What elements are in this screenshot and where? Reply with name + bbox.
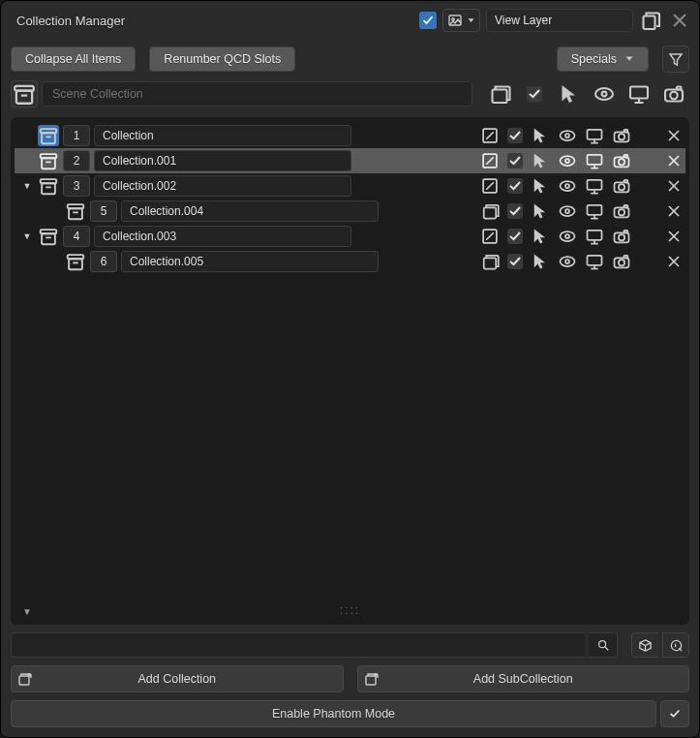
- select-toggle[interactable]: [507, 153, 523, 169]
- disclosure-triangle[interactable]: ▼: [20, 179, 34, 193]
- specials-menu[interactable]: Specials: [557, 46, 649, 72]
- cursor-toggle[interactable]: [531, 201, 550, 221]
- render-toggle[interactable]: [612, 151, 631, 170]
- select-toggle[interactable]: [507, 128, 523, 143]
- remove-collection-button[interactable]: [664, 201, 684, 221]
- collection-name-field[interactable]: Collection.003: [94, 226, 351, 247]
- add-subcollection-button[interactable]: Add SubCollection: [357, 665, 690, 692]
- cursor-toggle[interactable]: [531, 126, 550, 145]
- filter-button[interactable]: [662, 46, 689, 73]
- cursor-toggle[interactable]: [531, 151, 550, 170]
- collection-icon[interactable]: [38, 125, 59, 146]
- exclude-toggle[interactable]: [480, 126, 500, 145]
- qcd-slot[interactable]: 4: [63, 226, 90, 247]
- resize-handle[interactable]: ::::: [340, 603, 360, 617]
- cursor-toggle[interactable]: [531, 227, 550, 246]
- collection-icon[interactable]: [65, 200, 86, 222]
- phantom-mode-checkbox[interactable]: [660, 700, 689, 727]
- qcd-slot[interactable]: 5: [90, 200, 117, 222]
- filter-input[interactable]: [11, 632, 585, 658]
- view-layer-browse-dropdown[interactable]: [442, 9, 480, 32]
- header-exclude-icon[interactable]: [488, 82, 511, 106]
- header-viewport-icon[interactable]: [627, 82, 651, 106]
- collection-row[interactable]: 2Collection.001: [15, 148, 685, 173]
- collection-row[interactable]: ▼4Collection.003: [15, 224, 685, 249]
- scene-collection-icon[interactable]: [11, 80, 38, 108]
- new-view-layer-button[interactable]: [639, 9, 662, 32]
- collection-name-field[interactable]: Collection.001: [94, 150, 351, 171]
- collection-row[interactable]: 6Collection.005: [15, 249, 685, 274]
- add-collection-button[interactable]: Add Collection: [11, 665, 344, 692]
- viewport-toggle[interactable]: [585, 201, 604, 221]
- render-toggle[interactable]: [612, 176, 631, 196]
- exclude-toggle[interactable]: [480, 201, 500, 221]
- disclosure-triangle[interactable]: [20, 129, 34, 142]
- viewport-toggle[interactable]: [585, 126, 604, 145]
- cursor-toggle[interactable]: [531, 252, 550, 271]
- viewport-toggle[interactable]: [585, 151, 604, 170]
- remove-collection-button[interactable]: [664, 252, 684, 271]
- remove-collection-button[interactable]: [664, 126, 684, 145]
- collection-name-field[interactable]: Collection.004: [121, 200, 379, 222]
- disclosure-triangle[interactable]: ▼: [20, 230, 34, 243]
- collection-icon[interactable]: [38, 175, 59, 197]
- exclude-toggle[interactable]: [480, 252, 500, 271]
- disclosure-triangle[interactable]: [47, 204, 61, 218]
- visibility-toggle[interactable]: [558, 227, 577, 246]
- select-toggle[interactable]: [507, 178, 523, 194]
- view-layer-enable-checkbox[interactable]: [419, 12, 437, 29]
- select-toggle[interactable]: [507, 203, 523, 219]
- visibility-toggle[interactable]: [558, 151, 577, 170]
- collection-icon[interactable]: [38, 150, 59, 171]
- cursor-toggle[interactable]: [531, 176, 550, 196]
- collection-row[interactable]: 1Collection: [15, 123, 685, 148]
- remove-view-layer-button[interactable]: [668, 9, 691, 32]
- collection-name-field[interactable]: Collection.002: [94, 175, 351, 197]
- exclude-toggle[interactable]: [480, 151, 500, 170]
- remove-collection-button[interactable]: [664, 176, 684, 196]
- qcd-slot[interactable]: 6: [90, 251, 117, 272]
- scene-collection-field[interactable]: Scene Collection: [42, 81, 472, 107]
- renumber-qcd-button[interactable]: Renumber QCD Slots: [149, 46, 295, 72]
- header-select-icon[interactable]: [523, 82, 546, 106]
- header-cursor-icon[interactable]: [558, 82, 581, 106]
- visibility-toggle[interactable]: [558, 176, 577, 196]
- exclude-toggle[interactable]: [480, 227, 500, 246]
- collapse-all-button[interactable]: Collapse All Items: [11, 46, 136, 72]
- select-toggle[interactable]: [507, 254, 523, 269]
- exclude-toggle[interactable]: [480, 176, 500, 196]
- viewport-toggle[interactable]: [585, 176, 604, 196]
- visibility-toggle[interactable]: [558, 201, 577, 221]
- filter-search-button[interactable]: [589, 632, 618, 658]
- filter-qcd-button[interactable]: [662, 632, 689, 658]
- collection-icon[interactable]: [65, 251, 86, 272]
- viewport-toggle[interactable]: [585, 227, 604, 246]
- header-visibility-icon[interactable]: [593, 82, 616, 106]
- qcd-slot[interactable]: 3: [63, 175, 90, 197]
- remove-collection-button[interactable]: [664, 151, 684, 170]
- add-subcollection-label: Add SubCollection: [473, 672, 573, 686]
- view-layer-name-field[interactable]: View Layer: [486, 9, 633, 32]
- viewport-toggle[interactable]: [585, 252, 604, 271]
- disclosure-triangle[interactable]: [20, 154, 34, 168]
- qcd-slot[interactable]: 2: [63, 150, 90, 171]
- qcd-slot[interactable]: 1: [63, 125, 90, 146]
- collection-name-field[interactable]: Collection: [94, 125, 351, 146]
- collection-row[interactable]: ▼3Collection.002: [15, 173, 685, 199]
- filter-restrict-button[interactable]: [631, 632, 658, 658]
- collection-row[interactable]: 5Collection.004: [15, 199, 685, 224]
- select-toggle[interactable]: [507, 229, 523, 244]
- collection-icon[interactable]: [38, 226, 59, 247]
- visibility-toggle[interactable]: [558, 126, 577, 145]
- disclosure-triangle[interactable]: [47, 255, 61, 268]
- header-render-icon[interactable]: [662, 82, 685, 106]
- visibility-toggle[interactable]: [558, 252, 577, 271]
- render-toggle[interactable]: [612, 252, 631, 271]
- phantom-mode-button[interactable]: Enable Phantom Mode: [11, 700, 656, 727]
- collection-name-field[interactable]: Collection.005: [121, 251, 379, 272]
- remove-collection-button[interactable]: [664, 227, 684, 246]
- render-toggle[interactable]: [612, 126, 631, 145]
- expand-marker[interactable]: ▼: [22, 606, 32, 617]
- render-toggle[interactable]: [612, 201, 631, 221]
- render-toggle[interactable]: [612, 227, 631, 246]
